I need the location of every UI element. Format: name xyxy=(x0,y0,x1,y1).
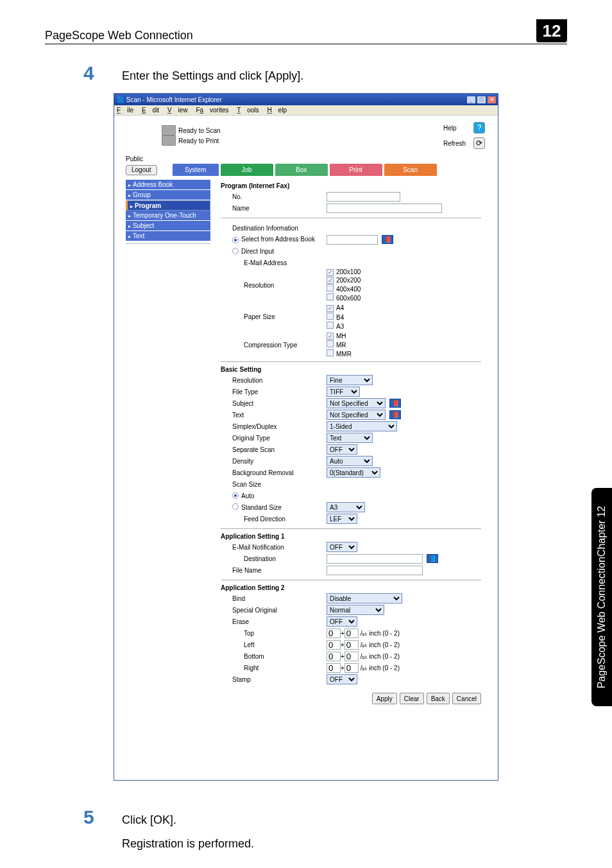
destination-book-icon[interactable]: 📘 xyxy=(427,554,438,563)
label-left: Left xyxy=(221,641,327,648)
left-frac-input[interactable] xyxy=(344,640,359,650)
bottom-whole-input[interactable] xyxy=(327,652,341,661)
chk-mr[interactable] xyxy=(327,340,334,347)
public-label: Public xyxy=(114,152,498,164)
text-select[interactable]: Not Specified xyxy=(327,410,386,420)
label-dest-info: Destination Information xyxy=(221,222,481,234)
simplex-select[interactable]: 1-Sided xyxy=(327,421,397,431)
tab-box[interactable]: Box xyxy=(275,164,328,176)
menu-tools[interactable]: Tools xyxy=(237,107,259,114)
top-frac-input[interactable] xyxy=(344,629,359,638)
step-number-5: 5 xyxy=(83,806,103,828)
erase-select[interactable]: OFF xyxy=(327,616,357,627)
menu-view[interactable]: View xyxy=(167,107,188,114)
close-button[interactable]: ✕ xyxy=(487,96,497,104)
refresh-icon[interactable]: ⟳ xyxy=(473,137,485,149)
chk-mmr[interactable] xyxy=(327,349,334,356)
file-type-select[interactable]: TIFF xyxy=(327,386,360,397)
chk-b4[interactable] xyxy=(327,313,334,320)
file-name-input[interactable] xyxy=(327,566,423,575)
opt-mr: MR xyxy=(336,342,346,349)
menu-favorites[interactable]: Favorites xyxy=(196,107,228,114)
chk-600x600[interactable] xyxy=(327,293,334,300)
label-resolution: Resolution xyxy=(221,282,327,289)
label-destination: Destination xyxy=(221,555,327,562)
subject-select[interactable]: Not Specified xyxy=(327,398,386,408)
sidebar-item-text[interactable]: Text xyxy=(126,231,210,241)
select-ab-input[interactable] xyxy=(327,235,378,245)
label-select-ab: Select from Address Book xyxy=(241,236,315,243)
bg-removal-select[interactable]: 0(Standard) xyxy=(327,467,380,478)
step-text-4: Enter the Settings and click [Apply]. xyxy=(122,69,303,83)
chk-200x200[interactable] xyxy=(327,277,334,284)
tab-system[interactable]: System xyxy=(173,164,219,176)
maximize-button[interactable]: □ xyxy=(477,96,486,104)
side-tab-prefix: PageScope Web Connection xyxy=(596,557,607,688)
menu-help[interactable]: Help xyxy=(267,107,287,114)
radio-direct-input[interactable] xyxy=(232,248,239,254)
chk-200x100[interactable] xyxy=(327,269,334,276)
sidebar-item-subject[interactable]: Subject xyxy=(126,221,210,231)
name-input[interactable] xyxy=(327,204,442,213)
chk-mh[interactable] xyxy=(327,333,334,340)
ie-menubar: File Edit View Favorites Tools Help xyxy=(114,105,498,116)
label-simplex: Simplex/Duplex xyxy=(221,423,327,430)
help-link[interactable]: Help xyxy=(443,125,466,132)
label-bg-removal: Background Removal xyxy=(221,469,327,476)
chapter-side-tab: PageScope Web ConnectionChapter 12 xyxy=(591,488,612,706)
top-whole-input[interactable] xyxy=(327,629,341,638)
minimize-button[interactable]: _ xyxy=(466,96,476,104)
basic-resolution-select[interactable]: Fine xyxy=(327,375,373,385)
tab-job[interactable]: Job xyxy=(221,164,273,176)
label-density: Density xyxy=(221,458,327,465)
sidebar-item-program[interactable]: Program xyxy=(126,200,210,211)
radio-scan-auto[interactable] xyxy=(232,492,239,499)
std-size-select[interactable]: A3 xyxy=(327,502,365,512)
destination-input[interactable] xyxy=(327,554,423,564)
refresh-link[interactable]: Refresh xyxy=(443,140,466,147)
cancel-button[interactable]: Cancel xyxy=(452,693,481,704)
label-right-unit: /₁₆ inch (0 - 2) xyxy=(361,664,400,672)
special-original-select[interactable]: Normal xyxy=(327,605,384,615)
no-input[interactable] xyxy=(327,192,400,202)
chk-a3[interactable] xyxy=(327,322,334,329)
back-button[interactable]: Back xyxy=(427,693,450,704)
left-whole-input[interactable] xyxy=(327,640,341,650)
email-notif-select[interactable]: OFF xyxy=(327,542,357,552)
bottom-frac-input[interactable] xyxy=(344,652,359,661)
right-frac-input[interactable] xyxy=(344,663,359,673)
radio-select-ab[interactable] xyxy=(232,237,239,243)
original-type-select[interactable]: Text xyxy=(327,433,373,443)
sidebar-item-temporary-one-touch[interactable]: Temporary One-Touch xyxy=(126,211,210,221)
text-book-icon[interactable]: 📕 xyxy=(389,410,401,419)
chk-a4[interactable] xyxy=(327,305,334,312)
window-titlebar[interactable]: 🟦 Scan - Microsoft Internet Explorer _ □… xyxy=(114,94,498,105)
tab-scan[interactable]: Scan xyxy=(384,164,437,176)
chk-400x400[interactable] xyxy=(327,284,334,291)
bind-select[interactable]: Disable xyxy=(327,593,402,603)
opt-a3: A3 xyxy=(336,323,344,330)
logout-button[interactable]: Logout xyxy=(126,165,157,175)
feed-dir-select[interactable]: LEF xyxy=(327,514,357,524)
address-book-icon[interactable]: 📕 xyxy=(382,235,393,244)
sep-scan-select[interactable]: OFF xyxy=(327,444,357,455)
opt-400x400: 400x400 xyxy=(336,286,361,293)
subject-book-icon[interactable]: 📕 xyxy=(389,399,401,408)
step-5-sub: Registration is performed. xyxy=(122,837,567,851)
ie-icon: 🟦 xyxy=(117,96,124,103)
right-whole-input[interactable] xyxy=(327,663,341,673)
clear-button[interactable]: Clear xyxy=(400,693,424,704)
menu-file[interactable]: File xyxy=(117,107,133,114)
label-erase: Erase xyxy=(221,618,327,625)
label-sep-scan: Separate Scan xyxy=(221,446,327,453)
label-bottom-unit: /₁₆ inch (0 - 2) xyxy=(361,653,400,660)
sidebar-item-group[interactable]: Group xyxy=(126,190,210,200)
sidebar-item-address-book[interactable]: Address Book xyxy=(126,180,210,190)
density-select[interactable]: Auto xyxy=(327,456,373,466)
stamp-select[interactable]: OFF xyxy=(327,674,357,684)
menu-edit[interactable]: Edit xyxy=(142,107,159,114)
apply-button[interactable]: Apply xyxy=(372,693,397,704)
help-icon[interactable]: ? xyxy=(473,122,485,134)
radio-scan-std[interactable] xyxy=(232,503,239,510)
tab-print[interactable]: Print xyxy=(330,164,382,176)
